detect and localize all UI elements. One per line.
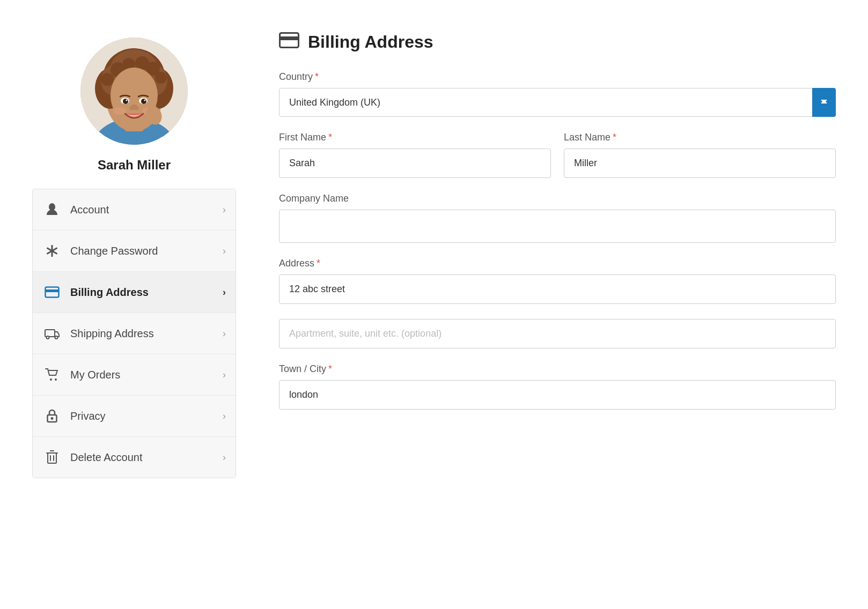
creditcard-icon [42, 283, 62, 302]
town-input[interactable] [279, 380, 836, 410]
billing-address-chevron: › [223, 287, 226, 298]
shipping-address-chevron: › [223, 328, 226, 339]
svg-point-30 [49, 203, 55, 211]
svg-point-27 [113, 107, 126, 115]
sidebar-item-privacy[interactable]: Privacy › [33, 396, 236, 437]
change-password-label: Change Password [70, 245, 223, 257]
change-password-chevron: › [223, 246, 226, 257]
svg-point-42 [51, 417, 54, 420]
svg-rect-35 [46, 289, 59, 292]
sidebar-item-account[interactable]: Account › [33, 189, 236, 231]
svg-point-26 [135, 107, 139, 110]
svg-rect-43 [48, 453, 56, 463]
privacy-label: Privacy [70, 410, 223, 422]
svg-point-25 [130, 107, 134, 110]
delete-account-chevron: › [223, 452, 226, 463]
billing-header-icon [279, 32, 299, 52]
company-name-input[interactable] [279, 210, 836, 243]
first-name-input[interactable] [279, 148, 551, 178]
sidebar-item-billing-address[interactable]: Billing Address › [33, 272, 236, 313]
account-label: Account [70, 204, 223, 216]
svg-point-39 [50, 378, 52, 381]
svg-point-22 [126, 100, 128, 101]
avatar [80, 38, 188, 145]
company-name-label: Company Name [279, 193, 836, 204]
account-chevron: › [223, 204, 226, 216]
last-name-group: Last Name* [564, 132, 836, 178]
section-header: Billing Address [279, 32, 836, 52]
svg-point-21 [141, 99, 146, 104]
svg-rect-36 [45, 330, 55, 337]
sidebar-item-change-password[interactable]: Change Password › [33, 231, 236, 272]
country-select[interactable]: United Kingdom (UK) United States (US) C… [279, 88, 836, 117]
address-input[interactable] [279, 274, 836, 304]
svg-point-23 [144, 100, 146, 101]
sidebar-item-delete-account[interactable]: Delete Account › [33, 437, 236, 478]
svg-rect-49 [280, 36, 299, 40]
town-group: Town / City* [279, 363, 836, 410]
asterisk-icon [42, 241, 62, 261]
address-label: Address* [279, 258, 836, 269]
user-name: Sarah Miller [98, 158, 171, 173]
svg-point-20 [123, 99, 128, 104]
last-name-label: Last Name* [564, 132, 836, 143]
name-row: First Name* Last Name* [279, 132, 836, 178]
country-select-wrapper: United Kingdom (UK) United States (US) C… [279, 88, 836, 117]
sidebar-item-my-orders[interactable]: My Orders › [33, 354, 236, 396]
my-orders-chevron: › [223, 369, 226, 381]
svg-point-15 [155, 72, 167, 84]
last-name-input[interactable] [564, 148, 836, 178]
company-name-group: Company Name [279, 193, 836, 243]
lock-icon [42, 406, 62, 426]
page-title: Billing Address [308, 32, 433, 52]
country-label: Country* [279, 71, 836, 83]
privacy-chevron: › [223, 411, 226, 422]
sidebar-item-shipping-address[interactable]: Shipping Address › [33, 313, 236, 354]
address-group: Address* [279, 258, 836, 304]
svg-point-38 [55, 336, 58, 339]
svg-point-16 [101, 73, 114, 86]
main-content: Billing Address Country* United Kingdom … [279, 21, 836, 588]
navigation-menu: Account › Change Password › [32, 189, 236, 478]
svg-point-40 [55, 378, 57, 381]
first-name-group: First Name* [279, 132, 551, 178]
town-label: Town / City* [279, 363, 836, 375]
my-orders-label: My Orders [70, 369, 223, 381]
cart-icon [42, 365, 62, 384]
address2-input[interactable] [279, 319, 836, 348]
svg-point-37 [47, 336, 49, 339]
address2-group [279, 319, 836, 348]
first-name-label: First Name* [279, 132, 551, 143]
shipping-address-label: Shipping Address [70, 328, 223, 340]
person-icon [42, 200, 62, 219]
truck-icon [42, 324, 62, 343]
delete-account-label: Delete Account [70, 451, 223, 464]
country-group: Country* United Kingdom (UK) United Stat… [279, 71, 836, 117]
trash-icon [42, 448, 62, 467]
billing-address-label: Billing Address [70, 286, 223, 299]
sidebar: Sarah Miller Account › [32, 21, 236, 588]
